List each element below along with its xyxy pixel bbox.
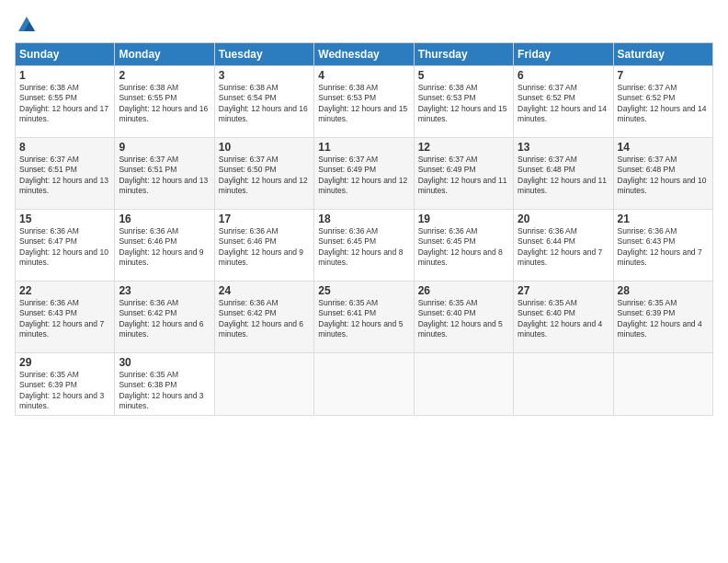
- day-number: 18: [318, 213, 409, 225]
- calendar-cell: [214, 353, 313, 416]
- day-info: Sunrise: 6:38 AM Sunset: 6:55 PM Dayligh…: [19, 83, 110, 125]
- calendar-cell: 9 Sunrise: 6:37 AM Sunset: 6:51 PM Dayli…: [115, 138, 214, 210]
- calendar-cell: 6 Sunrise: 6:37 AM Sunset: 6:52 PM Dayli…: [514, 66, 613, 138]
- calendar-header-thursday: Thursday: [414, 43, 513, 66]
- calendar-cell: 8 Sunrise: 6:37 AM Sunset: 6:51 PM Dayli…: [16, 138, 115, 210]
- day-info: Sunrise: 6:37 AM Sunset: 6:48 PM Dayligh…: [518, 155, 609, 197]
- day-number: 22: [19, 284, 110, 297]
- calendar-header-sunday: Sunday: [16, 43, 115, 66]
- day-info: Sunrise: 6:38 AM Sunset: 6:53 PM Dayligh…: [318, 83, 409, 125]
- calendar-cell: 27 Sunrise: 6:35 AM Sunset: 6:40 PM Dayl…: [514, 282, 613, 353]
- calendar-header-tuesday: Tuesday: [214, 43, 313, 66]
- calendar-cell: 19 Sunrise: 6:36 AM Sunset: 6:45 PM Dayl…: [414, 210, 513, 282]
- calendar-cell: 30 Sunrise: 6:35 AM Sunset: 6:38 PM Dayl…: [115, 353, 214, 416]
- calendar-header-monday: Monday: [115, 43, 214, 66]
- day-number: 24: [219, 284, 310, 297]
- calendar-cell: 29 Sunrise: 6:35 AM Sunset: 6:39 PM Dayl…: [16, 353, 115, 416]
- calendar-cell: [514, 353, 613, 416]
- page: SundayMondayTuesdayWednesdayThursdayFrid…: [0, 0, 728, 563]
- calendar-week-3: 15 Sunrise: 6:36 AM Sunset: 6:47 PM Dayl…: [16, 210, 713, 282]
- day-info: Sunrise: 6:35 AM Sunset: 6:40 PM Dayligh…: [518, 298, 609, 340]
- calendar-week-2: 8 Sunrise: 6:37 AM Sunset: 6:51 PM Dayli…: [16, 138, 713, 210]
- day-info: Sunrise: 6:38 AM Sunset: 6:54 PM Dayligh…: [219, 83, 310, 125]
- day-info: Sunrise: 6:35 AM Sunset: 6:40 PM Dayligh…: [418, 298, 509, 340]
- calendar-cell: 2 Sunrise: 6:38 AM Sunset: 6:55 PM Dayli…: [115, 66, 214, 138]
- day-info: Sunrise: 6:37 AM Sunset: 6:49 PM Dayligh…: [418, 155, 509, 197]
- calendar-cell: [414, 353, 513, 416]
- day-info: Sunrise: 6:37 AM Sunset: 6:51 PM Dayligh…: [19, 155, 110, 197]
- day-number: 13: [518, 141, 609, 154]
- day-number: 9: [119, 141, 210, 154]
- day-info: Sunrise: 6:36 AM Sunset: 6:43 PM Dayligh…: [19, 298, 110, 340]
- day-number: 1: [19, 69, 110, 82]
- day-number: 5: [418, 69, 509, 82]
- logo-icon: [17, 15, 37, 35]
- day-number: 25: [318, 284, 409, 297]
- day-number: 17: [219, 213, 310, 225]
- day-info: Sunrise: 6:35 AM Sunset: 6:39 PM Dayligh…: [618, 298, 709, 340]
- calendar-cell: 16 Sunrise: 6:36 AM Sunset: 6:46 PM Dayl…: [115, 210, 214, 282]
- calendar-cell: 23 Sunrise: 6:36 AM Sunset: 6:42 PM Dayl…: [115, 282, 214, 353]
- day-number: 28: [618, 284, 709, 297]
- calendar-cell: 3 Sunrise: 6:38 AM Sunset: 6:54 PM Dayli…: [214, 66, 313, 138]
- day-info: Sunrise: 6:35 AM Sunset: 6:38 PM Dayligh…: [119, 370, 210, 412]
- calendar-cell: 5 Sunrise: 6:38 AM Sunset: 6:53 PM Dayli…: [414, 66, 513, 138]
- day-info: Sunrise: 6:37 AM Sunset: 6:52 PM Dayligh…: [618, 83, 709, 125]
- calendar-cell: [314, 353, 414, 416]
- day-info: Sunrise: 6:38 AM Sunset: 6:55 PM Dayligh…: [119, 83, 210, 125]
- day-number: 19: [418, 213, 509, 225]
- day-number: 16: [119, 213, 210, 225]
- day-number: 30: [119, 356, 210, 369]
- day-number: 20: [518, 213, 609, 225]
- calendar-header-saturday: Saturday: [613, 43, 712, 66]
- day-number: 8: [19, 141, 110, 154]
- day-number: 10: [219, 141, 310, 154]
- day-number: 14: [618, 141, 709, 154]
- day-number: 26: [418, 284, 509, 297]
- calendar-table: SundayMondayTuesdayWednesdayThursdayFrid…: [15, 42, 713, 416]
- calendar-cell: 24 Sunrise: 6:36 AM Sunset: 6:42 PM Dayl…: [214, 282, 313, 353]
- calendar-header-friday: Friday: [514, 43, 613, 66]
- calendar-cell: 4 Sunrise: 6:38 AM Sunset: 6:53 PM Dayli…: [314, 66, 414, 138]
- calendar-cell: 7 Sunrise: 6:37 AM Sunset: 6:52 PM Dayli…: [613, 66, 712, 138]
- day-number: 15: [19, 213, 110, 225]
- day-info: Sunrise: 6:38 AM Sunset: 6:53 PM Dayligh…: [418, 83, 509, 125]
- calendar-week-5: 29 Sunrise: 6:35 AM Sunset: 6:39 PM Dayl…: [16, 353, 713, 416]
- day-number: 29: [19, 356, 110, 369]
- calendar-cell: 20 Sunrise: 6:36 AM Sunset: 6:44 PM Dayl…: [514, 210, 613, 282]
- day-info: Sunrise: 6:37 AM Sunset: 6:52 PM Dayligh…: [518, 83, 609, 125]
- day-number: 4: [318, 69, 409, 82]
- day-info: Sunrise: 6:37 AM Sunset: 6:51 PM Dayligh…: [119, 155, 210, 197]
- day-number: 6: [518, 69, 609, 82]
- day-number: 2: [119, 69, 210, 82]
- calendar-cell: 21 Sunrise: 6:36 AM Sunset: 6:43 PM Dayl…: [613, 210, 712, 282]
- day-number: 27: [518, 284, 609, 297]
- day-number: 3: [219, 69, 310, 82]
- calendar-cell: 13 Sunrise: 6:37 AM Sunset: 6:48 PM Dayl…: [514, 138, 613, 210]
- calendar-cell: 25 Sunrise: 6:35 AM Sunset: 6:41 PM Dayl…: [314, 282, 414, 353]
- calendar-header-wednesday: Wednesday: [314, 43, 414, 66]
- logo: [15, 15, 37, 35]
- calendar-header-row: SundayMondayTuesdayWednesdayThursdayFrid…: [16, 43, 713, 66]
- calendar-cell: 26 Sunrise: 6:35 AM Sunset: 6:40 PM Dayl…: [414, 282, 513, 353]
- calendar-cell: 14 Sunrise: 6:37 AM Sunset: 6:48 PM Dayl…: [613, 138, 712, 210]
- day-info: Sunrise: 6:37 AM Sunset: 6:50 PM Dayligh…: [219, 155, 310, 197]
- day-info: Sunrise: 6:37 AM Sunset: 6:48 PM Dayligh…: [618, 155, 709, 197]
- day-number: 21: [618, 213, 709, 225]
- day-info: Sunrise: 6:36 AM Sunset: 6:42 PM Dayligh…: [119, 298, 210, 340]
- day-info: Sunrise: 6:36 AM Sunset: 6:44 PM Dayligh…: [518, 226, 609, 269]
- calendar-cell: 12 Sunrise: 6:37 AM Sunset: 6:49 PM Dayl…: [414, 138, 513, 210]
- day-info: Sunrise: 6:36 AM Sunset: 6:46 PM Dayligh…: [119, 226, 210, 269]
- calendar-cell: 1 Sunrise: 6:38 AM Sunset: 6:55 PM Dayli…: [16, 66, 115, 138]
- day-info: Sunrise: 6:37 AM Sunset: 6:49 PM Dayligh…: [318, 155, 409, 197]
- calendar-week-1: 1 Sunrise: 6:38 AM Sunset: 6:55 PM Dayli…: [16, 66, 713, 138]
- calendar-cell: 22 Sunrise: 6:36 AM Sunset: 6:43 PM Dayl…: [16, 282, 115, 353]
- calendar-cell: [613, 353, 712, 416]
- day-info: Sunrise: 6:36 AM Sunset: 6:45 PM Dayligh…: [318, 226, 409, 269]
- calendar-cell: 10 Sunrise: 6:37 AM Sunset: 6:50 PM Dayl…: [214, 138, 313, 210]
- header: [15, 15, 713, 35]
- day-info: Sunrise: 6:36 AM Sunset: 6:46 PM Dayligh…: [219, 226, 310, 269]
- calendar-cell: 11 Sunrise: 6:37 AM Sunset: 6:49 PM Dayl…: [314, 138, 414, 210]
- day-info: Sunrise: 6:36 AM Sunset: 6:45 PM Dayligh…: [418, 226, 509, 269]
- calendar-cell: 17 Sunrise: 6:36 AM Sunset: 6:46 PM Dayl…: [214, 210, 313, 282]
